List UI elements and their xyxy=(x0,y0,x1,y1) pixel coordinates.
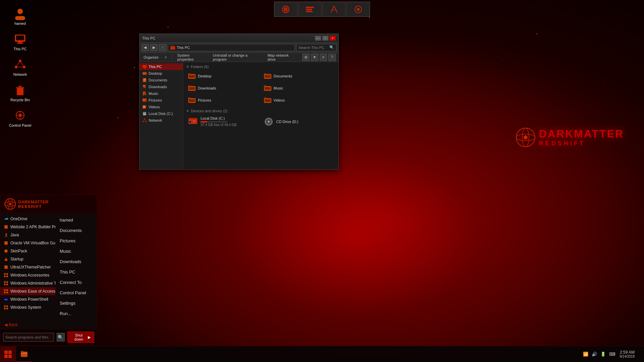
svg-rect-48 xyxy=(144,80,145,81)
start-item-win-accessories[interactable]: Windows Accessories xyxy=(0,271,55,279)
svg-point-53 xyxy=(145,94,146,95)
help-button[interactable]: ? xyxy=(328,54,336,61)
folder-desktop[interactable]: Desktop xyxy=(186,71,260,81)
svg-point-96 xyxy=(268,121,269,122)
uninstall-button[interactable]: Uninstall or change a program xyxy=(212,53,262,62)
organize-button[interactable]: Organize xyxy=(142,55,160,60)
battery-tray-icon[interactable]: 🔋 xyxy=(599,352,607,357)
start-item-win-powershell[interactable]: PS Windows PowerShell xyxy=(0,295,55,303)
start-item-java[interactable]: Java xyxy=(0,231,55,239)
start-menu: DARKMATTER REDSHIFT OneDrive Website 2 A… xyxy=(0,194,97,345)
start-place-pictures[interactable]: Pictures xyxy=(56,236,97,246)
clock[interactable]: 2:59 AM 9/14/2018 xyxy=(618,350,637,358)
sidebar-item-downloads[interactable]: Downloads xyxy=(140,83,183,90)
start-search-input[interactable] xyxy=(3,333,54,342)
start-item-startup[interactable]: Startup xyxy=(0,255,55,263)
keyboard-tray-icon[interactable]: ⌨ xyxy=(608,352,616,357)
taskbar-file-explorer[interactable] xyxy=(16,346,32,362)
desktop-icon-this-pc[interactable]: This PC xyxy=(7,32,34,51)
top-icon-4[interactable] xyxy=(346,2,370,17)
darkmatter-logo-right: DARKMATTER REDSHIFT xyxy=(516,127,624,147)
drive-d[interactable]: CD Drive (D:) xyxy=(262,115,336,128)
up-nav-button[interactable]: ↑ xyxy=(159,44,166,51)
view-btn-3[interactable]: ≡ xyxy=(320,54,327,61)
local-disk-size: 37.4 GB free of 49.4 GB xyxy=(201,123,258,127)
start-item-onedrive[interactable]: OneDrive xyxy=(0,215,55,223)
start-place-this-pc[interactable]: This PC xyxy=(56,267,97,277)
start-place-control-panel[interactable]: Control Panel xyxy=(56,288,97,298)
network-tray-icon[interactable]: 📶 xyxy=(582,352,589,357)
svg-point-52 xyxy=(143,94,144,96)
folder-downloads[interactable]: Downloads xyxy=(186,83,260,94)
svg-rect-71 xyxy=(189,75,195,78)
sidebar-item-documents[interactable]: Documents xyxy=(140,77,183,83)
shutdown-button[interactable]: Shut down ▶ xyxy=(67,331,94,343)
oracle-icon xyxy=(4,241,8,245)
folder-videos[interactable]: Videos xyxy=(262,95,336,106)
local-disk-info: Local Disk (C:) 37.4 GB free of 49.4 GB xyxy=(201,116,258,127)
desktop-icon-control-panel[interactable]: Control Panel xyxy=(7,109,34,127)
folders-section-header[interactable]: ▼ Folders (6) xyxy=(186,65,336,69)
start-item-website2apk[interactable]: Website 2 APK Builder Pro xyxy=(0,223,55,231)
start-place-run[interactable]: Run... xyxy=(56,308,97,319)
sidebar-item-videos[interactable]: Videos xyxy=(140,104,183,110)
svg-rect-79 xyxy=(264,85,267,87)
map-network-button[interactable]: Map network drive xyxy=(266,53,298,62)
start-search-button[interactable]: 🔍 xyxy=(57,333,65,342)
svg-rect-77 xyxy=(189,87,195,90)
music-folder-icon xyxy=(264,84,272,92)
top-icon-1[interactable] xyxy=(274,2,298,17)
desktop-icon-recycle-bin[interactable]: Recycle Bin xyxy=(7,83,34,102)
sidebar-item-music[interactable]: Music xyxy=(140,90,183,97)
drive-c[interactable]: Local Disk (C:) 37.4 GB free of 49.4 GB xyxy=(186,115,260,128)
dm-atom-icon xyxy=(4,198,16,210)
devices-section-header[interactable]: ▼ Devices and drives (2) xyxy=(186,109,336,113)
start-item-win-ease-access[interactable]: Windows Ease of Access xyxy=(0,287,55,295)
minimize-button[interactable]: — xyxy=(315,36,321,41)
local-disk-name: Local Disk (C:) xyxy=(201,116,258,120)
sidebar-item-pictures[interactable]: Pictures xyxy=(140,97,183,104)
desktop-icon-network[interactable]: Network xyxy=(7,58,34,76)
top-icon-2[interactable] xyxy=(298,2,322,17)
svg-rect-9 xyxy=(328,3,340,15)
start-place-settings[interactable]: Settings xyxy=(56,298,97,308)
sidebar-item-this-pc[interactable]: This PC xyxy=(140,63,183,70)
address-bar[interactable]: This PC xyxy=(168,44,295,51)
view-btn-1[interactable]: ⊞ xyxy=(302,54,310,61)
folder-music[interactable]: Music xyxy=(262,83,336,94)
start-item-win-system[interactable]: Windows System xyxy=(0,303,55,311)
folder-documents[interactable]: Documents xyxy=(262,71,336,81)
forward-nav-button[interactable]: ▶ xyxy=(150,44,158,51)
sidebar-item-network[interactable]: Network xyxy=(140,117,183,124)
search-bar[interactable]: Search This PC 🔍 xyxy=(296,44,336,51)
top-icon-3[interactable] xyxy=(322,2,346,17)
view-btn-2[interactable]: ▼ xyxy=(311,54,318,61)
folder-pictures[interactable]: Pictures xyxy=(186,95,260,106)
documents-folder-label: Documents xyxy=(274,74,292,78)
start-place-connect-to[interactable]: Connect To xyxy=(56,277,97,288)
start-place-documents[interactable]: Documents xyxy=(56,225,97,236)
start-place-hamed[interactable]: hamed xyxy=(56,215,97,225)
start-item-skinpack[interactable]: SkinPack xyxy=(0,247,55,255)
clock-time: 2:59 AM xyxy=(620,350,635,355)
speaker-tray-icon[interactable]: 🔊 xyxy=(591,352,598,357)
start-item-win-admin-tools[interactable]: Windows Administrative Tools xyxy=(0,279,55,287)
maximize-button[interactable]: □ xyxy=(322,36,328,41)
sidebar-item-local-disk[interactable]: Local Disk (C:) xyxy=(140,110,183,117)
sidebar-item-desktop[interactable]: Desktop xyxy=(140,70,183,77)
back-nav-button[interactable]: ◀ xyxy=(142,44,149,51)
local-disk-drive-icon xyxy=(188,117,198,127)
start-button[interactable] xyxy=(0,346,16,362)
system-properties-button[interactable]: System properties xyxy=(176,53,208,62)
pictures-sidebar-icon xyxy=(142,98,147,103)
svg-point-13 xyxy=(17,9,23,14)
close-button[interactable]: ✕ xyxy=(330,36,336,41)
shutdown-arrow-icon: ▶ xyxy=(88,335,91,340)
svg-rect-113 xyxy=(6,284,8,285)
desktop-icon-hamed[interactable]: hamed xyxy=(7,7,34,25)
start-item-ultraux[interactable]: UltraUXThemePatcher xyxy=(0,263,55,271)
start-place-downloads[interactable]: Downloads xyxy=(56,256,97,267)
start-item-oracle-vm[interactable]: Oracle VM VirtualBox Guest Ad... xyxy=(0,239,55,247)
start-place-music[interactable]: Music xyxy=(56,246,97,256)
start-back-button[interactable]: ◀ Back xyxy=(0,320,97,329)
